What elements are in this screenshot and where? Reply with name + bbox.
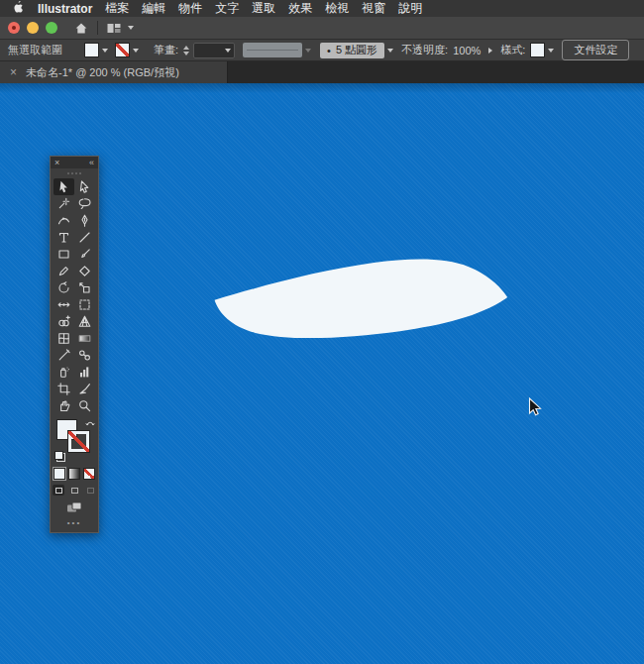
artboard-icon (57, 383, 70, 395)
menu-file[interactable]: 檔案 (105, 0, 129, 17)
tool-free-transform[interactable] (74, 296, 95, 313)
chevron-down-icon (225, 49, 231, 53)
draw-inside-button[interactable] (84, 485, 96, 496)
tool-symbol-sprayer[interactable] (54, 364, 74, 381)
tool-hand[interactable] (54, 397, 74, 414)
menu-edit[interactable]: 編輯 (142, 0, 165, 17)
menu-select[interactable]: 選取 (252, 0, 275, 17)
menu-object[interactable]: 物件 (178, 0, 202, 17)
tool-type[interactable] (54, 229, 74, 246)
zoom-icon (78, 399, 91, 412)
brush-name: 5 點圓形 (336, 43, 377, 57)
menu-window[interactable]: 視窗 (362, 0, 385, 17)
stepper-down-icon (183, 52, 189, 55)
panel-drag-handle[interactable] (51, 168, 98, 177)
gradient-icon (78, 332, 91, 345)
draw-behind-button[interactable] (68, 485, 80, 496)
tool-column-graph[interactable] (74, 364, 95, 381)
tool-line-segment[interactable] (74, 229, 95, 246)
type-icon (57, 231, 70, 244)
stroke-weight-select[interactable] (193, 43, 235, 58)
tool-mesh[interactable] (54, 330, 74, 347)
home-button[interactable] (74, 22, 88, 35)
swap-fill-stroke-icon[interactable] (85, 418, 96, 428)
panel-collapse-icon[interactable]: « (89, 159, 94, 167)
draw-normal-button[interactable] (53, 485, 64, 496)
eyedropper-icon (57, 349, 70, 362)
tool-lasso[interactable] (74, 195, 95, 212)
tool-slice[interactable] (74, 381, 95, 397)
tool-selection[interactable] (54, 178, 74, 195)
minimize-window-button[interactable] (27, 22, 39, 34)
chevron-down-icon (387, 49, 393, 53)
tool-eraser[interactable] (74, 263, 95, 279)
stroke-color-control[interactable] (115, 43, 139, 57)
panel-close-icon[interactable]: × (54, 159, 59, 167)
menu-help[interactable]: 說明 (398, 0, 422, 17)
arrange-documents-icon (107, 23, 121, 34)
menu-type[interactable]: 文字 (215, 0, 239, 17)
pen-icon (78, 214, 91, 227)
brush-definition-select[interactable]: • 5 點圓形 (320, 43, 384, 58)
tool-artboard[interactable] (54, 381, 74, 397)
menu-view[interactable]: 檢視 (325, 0, 349, 17)
color-swatch-button[interactable] (54, 468, 65, 480)
style-swatch[interactable] (530, 43, 545, 57)
home-icon (74, 22, 88, 35)
document-setup-button[interactable]: 文件設定 (562, 40, 629, 60)
blend-icon (78, 349, 91, 362)
tool-direct-selection[interactable] (74, 178, 95, 195)
rectangle-icon (57, 248, 70, 261)
tool-curvature[interactable] (54, 212, 74, 229)
panel-more-dots[interactable]: ••• (51, 515, 98, 532)
stroke-swatch[interactable] (68, 431, 89, 452)
tool-blend[interactable] (74, 347, 95, 364)
close-window-button[interactable] (8, 22, 20, 34)
fill-stroke-area (51, 418, 98, 466)
opacity-value[interactable]: 100% (453, 45, 481, 56)
control-bar: 無選取範圍 筆畫: • 5 點圓形 不透明度: 100% 樣式: 文件設定 (0, 40, 644, 61)
gradient-swatch-button[interactable] (68, 468, 80, 480)
width-icon (57, 298, 70, 311)
tool-rectangle[interactable] (54, 246, 74, 263)
tool-scale[interactable] (74, 279, 95, 296)
tool-gradient[interactable] (74, 330, 95, 347)
style-label: 樣式: (500, 43, 525, 57)
opacity-label: 不透明度: (401, 43, 448, 57)
menu-illustrator[interactable]: Illustrator (38, 2, 92, 16)
fill-color-control[interactable] (84, 43, 108, 57)
tool-rotate[interactable] (54, 279, 74, 296)
tool-pencil[interactable] (54, 263, 74, 279)
change-screen-mode-button[interactable] (51, 498, 98, 515)
stroke-weight-stepper[interactable] (183, 46, 189, 55)
tools-panel[interactable]: × « (50, 156, 99, 533)
selection-status: 無選取範圍 (8, 43, 84, 57)
tool-width[interactable] (54, 296, 74, 313)
tool-magic-wand[interactable] (54, 195, 74, 212)
artboard-canvas[interactable]: × « (0, 83, 644, 664)
magic-wand-icon (57, 197, 70, 210)
tab-close-icon[interactable]: × (10, 65, 17, 79)
tool-paintbrush[interactable] (74, 246, 95, 263)
free-transform-icon (78, 298, 91, 311)
tool-zoom[interactable] (74, 397, 95, 414)
opacity-panel-arrow-icon[interactable] (488, 48, 492, 54)
tool-eyedropper[interactable] (54, 347, 74, 364)
chevron-down-icon (133, 49, 139, 53)
slice-icon (78, 383, 91, 395)
draw-inside-icon (87, 488, 94, 494)
arrange-documents-button[interactable] (107, 23, 134, 34)
apple-menu[interactable] (12, 0, 25, 17)
tool-perspective-grid[interactable] (74, 313, 95, 330)
macos-menubar: Illustrator 檔案 編輯 物件 文字 選取 效果 檢視 視窗 說明 (0, 0, 644, 17)
document-tabbar: × 未命名-1* @ 200 % (RGB/預視) (0, 61, 644, 83)
default-fill-stroke-icon[interactable] (54, 451, 65, 462)
fullscreen-window-button[interactable] (46, 22, 57, 34)
tool-shape-builder[interactable] (54, 313, 74, 330)
menu-effect[interactable]: 效果 (288, 0, 312, 17)
document-tab[interactable]: × 未命名-1* @ 200 % (RGB/預視) (0, 61, 228, 83)
pencil-icon (57, 265, 70, 277)
width-profile-select[interactable] (243, 43, 302, 57)
tool-pen[interactable] (74, 212, 95, 229)
none-swatch-button[interactable] (83, 468, 95, 480)
